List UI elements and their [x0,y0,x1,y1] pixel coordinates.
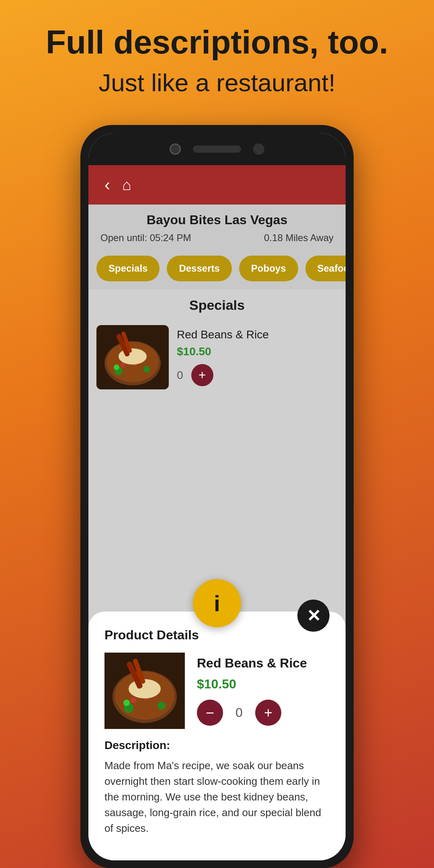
tab-specials[interactable]: Specials [96,256,160,281]
svg-point-24 [158,702,166,710]
svg-point-18 [131,697,136,703]
quantity-display: 0 [177,369,183,382]
sensor-icon [253,143,264,155]
home-icon[interactable]: ⌂ [122,176,131,194]
svg-point-11 [143,366,150,373]
camera-icon [170,143,181,155]
modal-plus-button[interactable]: + [255,700,281,726]
section-title: Specials [88,297,346,313]
svg-point-12 [114,364,119,370]
tab-desserts[interactable]: Desserts [167,256,231,281]
modal-food-svg [104,653,185,729]
open-time: Open until: 05:24 PM [100,232,191,244]
restaurant-meta: Open until: 05:24 PM 0.18 Miles Away [100,232,334,244]
description-text: Made from Ma's recipe, we soak our beans… [104,758,330,836]
add-button[interactable]: + [191,364,213,386]
quantity-controls: 0 + [177,364,338,386]
tab-seafood[interactable]: Seafood [305,256,346,281]
menu-item-info: Red Beans & Rice $10.50 0 + [177,328,338,386]
close-button[interactable]: ✕ [297,600,330,632]
svg-point-25 [123,700,130,706]
app-header: ‹ ⌂ [88,165,346,205]
food-thumbnail [96,325,169,389]
menu-content: Specials [88,289,346,401]
phone-mockup: ‹ ⌂ Bayou Bites Las Vegas Open until: 05… [0,125,434,868]
modal-title: Product Details [104,628,330,643]
phone-screen: ‹ ⌂ Bayou Bites Las Vegas Open until: 05… [88,133,346,860]
svg-point-5 [120,363,125,368]
info-icon: i [214,590,220,616]
modal-item-info: Red Beans & Rice $10.50 − 0 + [197,653,330,729]
tab-poboys[interactable]: Poboys [239,256,298,281]
restaurant-bar: Bayou Bites Las Vegas Open until: 05:24 … [88,205,346,248]
minus-button[interactable]: − [197,700,223,726]
page-subtitle: Just like a restaurant! [32,68,402,97]
menu-item-row: Red Beans & Rice $10.50 0 + [88,321,346,393]
modal-qty-controls: − 0 + [197,700,330,726]
modal-food-image [104,653,185,729]
modal-item-name: Red Beans & Rice [197,656,330,671]
page-title: Full descriptions, too. [32,24,402,60]
restaurant-name: Bayou Bites Las Vegas [100,213,334,227]
svg-point-7 [119,348,147,364]
phone-frame: ‹ ⌂ Bayou Bites Las Vegas Open until: 05… [80,125,354,868]
modal-quantity-display: 0 [233,705,245,720]
info-bubble[interactable]: i [193,579,241,627]
category-tabs: Specials Desserts Poboys Seafood [88,248,346,289]
phone-notch [88,133,346,165]
item-name: Red Beans & Rice [177,328,338,341]
product-modal: ✕ Product Details [88,612,346,860]
distance: 0.18 Miles Away [264,232,334,244]
modal-product-row: Red Beans & Rice $10.50 − 0 + [104,653,330,729]
back-button[interactable]: ‹ [104,175,110,194]
modal-item-price: $10.50 [197,677,330,692]
description-label: Description: [104,739,330,752]
food-image [96,325,169,389]
speaker-icon [193,145,241,153]
item-price: $10.50 [177,345,338,358]
